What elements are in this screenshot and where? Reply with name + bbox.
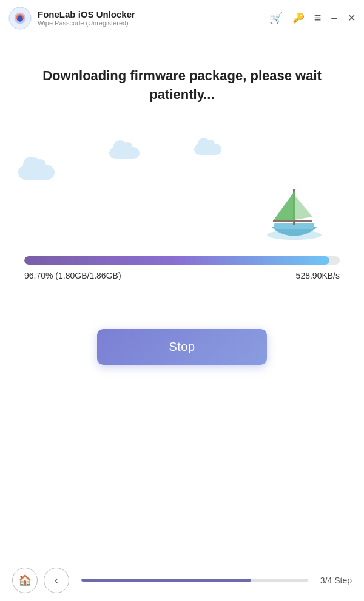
progress-left-label: 96.70% (1.80GB/1.86GB) xyxy=(24,271,121,280)
cart-icon[interactable]: 🛒 xyxy=(269,12,283,25)
app-title: FoneLab iOS Unlocker xyxy=(38,9,269,19)
home-icon: 🏠 xyxy=(18,574,32,587)
titlebar: FoneLab iOS Unlocker Wipe Passcode (Unre… xyxy=(0,0,364,36)
progress-stats: 96.70% (1.80GB/1.86GB) 528.90KB/s xyxy=(24,271,340,280)
footer-progress-fill xyxy=(81,579,251,582)
close-icon[interactable]: ✕ xyxy=(348,12,356,24)
footer-progress-bar xyxy=(81,579,308,582)
titlebar-text: FoneLab iOS Unlocker Wipe Passcode (Unre… xyxy=(38,9,269,27)
menu-icon[interactable]: ≡ xyxy=(314,11,322,25)
cloud-decoration-1 xyxy=(18,165,55,180)
stop-button[interactable]: Stop xyxy=(97,329,267,365)
step-label: 3/4 Step xyxy=(320,576,352,585)
cloud-decoration-2 xyxy=(109,147,140,159)
window-controls: 🛒 🔑 ≡ − ✕ xyxy=(269,11,356,25)
progress-bar-track xyxy=(24,256,340,265)
stop-button-container: Stop xyxy=(24,329,340,365)
footer: 🏠 ‹ 3/4 Step xyxy=(0,559,364,601)
progress-bar-fill xyxy=(24,256,329,265)
progress-section: 96.70% (1.80GB/1.86GB) 528.90KB/s xyxy=(24,256,340,280)
app-subtitle: Wipe Passcode (Unregistered) xyxy=(38,19,269,27)
main-content: Downloading firmware package, please wai… xyxy=(0,36,364,365)
home-button[interactable]: 🏠 xyxy=(12,568,38,593)
back-icon: ‹ xyxy=(55,575,58,586)
key-icon[interactable]: 🔑 xyxy=(292,12,305,24)
illustration-area xyxy=(24,141,340,250)
progress-speed-label: 528.90KB/s xyxy=(296,271,340,280)
back-button[interactable]: ‹ xyxy=(44,568,69,593)
cloud-decoration-3 xyxy=(194,144,221,155)
app-logo xyxy=(8,7,32,30)
download-status-title: Downloading firmware package, please wai… xyxy=(24,67,340,104)
sailboat-illustration xyxy=(261,177,328,244)
minimize-icon[interactable]: − xyxy=(331,12,338,24)
